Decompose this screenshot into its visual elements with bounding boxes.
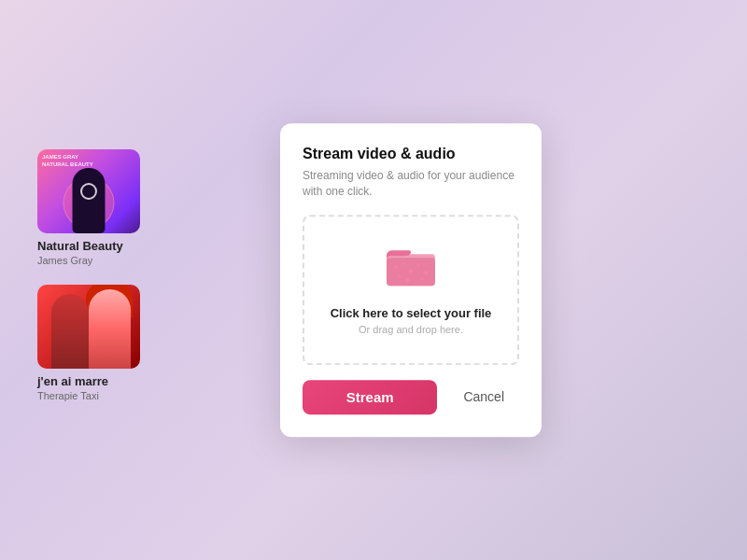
svg-point-2 bbox=[394, 265, 398, 269]
svg-point-6 bbox=[424, 271, 428, 274]
dropzone-secondary-text: Or drag and drop here. bbox=[359, 324, 463, 335]
svg-point-9 bbox=[405, 278, 409, 282]
modal-actions: Stream Cancel bbox=[303, 380, 519, 414]
dropzone-primary-text: Click here to select your file bbox=[331, 306, 492, 320]
svg-point-7 bbox=[399, 274, 402, 277]
svg-point-4 bbox=[409, 269, 413, 273]
svg-point-3 bbox=[402, 261, 405, 264]
modal-overlay: Stream video & audio Streaming video & a… bbox=[0, 0, 747, 560]
cancel-button[interactable]: Cancel bbox=[448, 380, 519, 413]
folder-icon bbox=[385, 245, 437, 293]
stream-button[interactable]: Stream bbox=[303, 380, 437, 414]
svg-point-5 bbox=[417, 263, 420, 266]
modal-subtitle: Streaming video & audio for your audienc… bbox=[303, 168, 519, 200]
file-drop-zone[interactable]: Click here to select your file Or drag a… bbox=[303, 215, 519, 365]
stream-modal: Stream video & audio Streaming video & a… bbox=[280, 123, 542, 437]
svg-point-8 bbox=[421, 276, 424, 279]
modal-title: Stream video & audio bbox=[303, 146, 519, 162]
